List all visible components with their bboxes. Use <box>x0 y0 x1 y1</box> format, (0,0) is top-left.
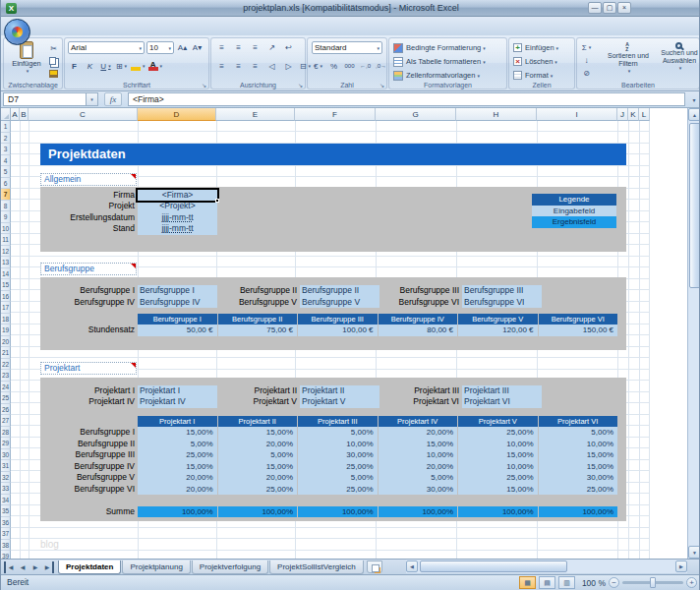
table-header-cell[interactable]: Projektart III <box>298 416 378 428</box>
section-heading-berufsgruppe[interactable]: Berufsgruppe <box>40 263 137 275</box>
orientation-button[interactable]: ↗ <box>265 41 278 53</box>
stundensatz-cell[interactable]: 80,00 € <box>379 324 458 336</box>
align-center-button[interactable]: ≡ <box>232 60 245 72</box>
sheet-tab-projektdaten[interactable]: Projektdaten <box>58 560 121 574</box>
pair-label[interactable]: Projektart III <box>355 385 459 397</box>
column-header-j[interactable]: J <box>617 108 628 121</box>
conditional-formatting-button[interactable]: Bedingte Formatierung▾ <box>393 41 486 54</box>
row-header[interactable]: 19 <box>1 324 11 336</box>
legend-header[interactable]: Legende <box>532 194 616 206</box>
first-sheet-button[interactable]: ◀ <box>4 561 16 573</box>
shrink-font-button[interactable]: A▾ <box>191 41 204 53</box>
vertical-scrollbar[interactable]: ▲ ▼ <box>687 108 700 559</box>
matrix-cell[interactable]: 15,00% <box>458 484 538 496</box>
clear-button[interactable]: ⊘ <box>580 67 593 79</box>
field-label-stand[interactable]: Stand <box>30 223 135 235</box>
matrix-cell[interactable]: 20,00% <box>379 427 458 439</box>
page-break-view-button[interactable]: ▥ <box>558 576 575 589</box>
table-header-cell[interactable]: Berufsgruppe II <box>218 314 298 325</box>
autosum-button[interactable]: Σ▾ <box>580 41 593 53</box>
column-header-d-selected[interactable]: D <box>138 108 216 121</box>
dialog-launcher-icon[interactable]: ↘ <box>379 82 384 88</box>
increase-indent-button[interactable]: ▷ <box>282 60 295 72</box>
insert-cells-button[interactable]: +Einfügen▾ <box>513 41 558 54</box>
matrix-cell[interactable]: 15,00% <box>218 461 298 473</box>
name-box[interactable]: D7 <box>3 92 86 106</box>
row-header[interactable]: 6 <box>1 178 11 190</box>
zoom-in-button[interactable]: + <box>686 577 697 588</box>
copy-button[interactable] <box>47 55 60 67</box>
matrix-cell[interactable]: 15,00% <box>138 427 217 439</box>
matrix-cell[interactable]: 25,00% <box>458 472 538 484</box>
column-header-e[interactable]: E <box>216 108 295 121</box>
matrix-cell[interactable]: 30,00% <box>539 472 618 484</box>
pair-field[interactable]: Berufsgruppe VI <box>462 297 542 309</box>
summe-cell[interactable]: 100,00% <box>218 506 298 518</box>
font-color-button[interactable]: A▾ <box>148 60 163 72</box>
column-header-h[interactable]: H <box>456 108 537 121</box>
matrix-cell[interactable]: 20,00% <box>379 461 458 473</box>
vertical-scroll-thumb[interactable] <box>689 123 700 288</box>
last-sheet-button[interactable]: ▶ <box>42 561 54 573</box>
row-header[interactable]: 35 <box>1 505 11 517</box>
scroll-right-button[interactable]: ▶ <box>675 560 687 572</box>
row-header[interactable]: 11 <box>1 234 11 246</box>
field-label-firma[interactable]: Firma <box>30 190 135 202</box>
stundensatz-cell[interactable]: 100,00 € <box>298 324 378 336</box>
matrix-cell[interactable]: 25,00% <box>458 427 538 439</box>
matrix-cell[interactable]: 25,00% <box>298 484 378 496</box>
scroll-down-button[interactable]: ▼ <box>688 546 700 559</box>
section-heading-allgemein[interactable]: Allgemein <box>40 173 137 186</box>
align-bottom-button[interactable]: ≡ <box>249 41 262 53</box>
matrix-cell[interactable]: 10,00% <box>298 439 378 450</box>
summe-label[interactable]: Summe <box>30 506 135 518</box>
pair-label[interactable]: Projektart VI <box>355 396 459 408</box>
row-header[interactable]: 25 <box>1 392 11 404</box>
matrix-cell[interactable]: 10,00% <box>379 449 458 461</box>
row-header[interactable]: 37 <box>1 528 11 540</box>
stundensatz-cell[interactable]: 150,00 € <box>539 324 618 336</box>
cell-styles-button[interactable]: Zellenformatvorlagen▾ <box>393 69 486 82</box>
matrix-cell[interactable]: 15,00% <box>379 439 458 450</box>
row-header[interactable]: 9 <box>1 211 11 223</box>
matrix-row-label[interactable]: Berufsgruppe V <box>30 472 135 484</box>
row-header[interactable]: 8 <box>1 201 11 212</box>
matrix-cell[interactable]: 15,00% <box>218 427 298 439</box>
matrix-cell[interactable]: 30,00% <box>379 484 458 496</box>
increase-decimal-button[interactable]: ←,0 <box>359 60 372 72</box>
formula-bar-expand-icon[interactable]: ▾ <box>689 96 699 103</box>
stundensatz-cell[interactable]: 75,00 € <box>218 324 298 336</box>
column-header-g[interactable]: G <box>376 108 456 121</box>
decrease-decimal-button[interactable]: ,0→ <box>375 60 387 72</box>
pair-field[interactable]: Projektart III <box>462 385 542 397</box>
row-header[interactable]: 22 <box>1 359 11 371</box>
row-header[interactable]: 20 <box>1 336 11 348</box>
fill-color-button[interactable]: ▾ <box>131 60 146 72</box>
matrix-cell[interactable]: 20,00% <box>138 472 217 484</box>
table-header-cell[interactable]: Projektart II <box>218 416 298 428</box>
format-cells-button[interactable]: Format▾ <box>513 69 558 82</box>
column-header-b[interactable]: B <box>20 108 29 121</box>
matrix-cell[interactable]: 15,00% <box>458 449 538 461</box>
align-right-button[interactable]: ≡ <box>249 60 262 72</box>
previous-sheet-button[interactable]: ◀ <box>17 561 29 573</box>
pair-label[interactable]: Berufsgruppe IV <box>30 297 135 309</box>
row-header[interactable]: 1 <box>1 121 11 133</box>
matrix-cell[interactable]: 20,00% <box>138 484 217 496</box>
matrix-cell[interactable]: 25,00% <box>539 484 618 496</box>
pair-label[interactable]: Projektart IV <box>30 396 135 408</box>
matrix-cell[interactable]: 10,00% <box>458 439 538 450</box>
row-header[interactable]: 28 <box>1 427 11 439</box>
table-header-cell[interactable]: Berufsgruppe I <box>138 314 217 325</box>
row-header[interactable]: 2 <box>1 133 11 145</box>
table-header-cell[interactable]: Projektart V <box>458 416 538 428</box>
cell-stand[interactable]: jjjj-mm-tt <box>138 223 217 235</box>
pair-field[interactable]: Berufsgruppe III <box>462 285 542 297</box>
row-header[interactable]: 10 <box>1 223 11 235</box>
pair-label[interactable]: Berufsgruppe V <box>193 297 297 309</box>
row-header[interactable]: 26 <box>1 404 11 416</box>
table-header-cell[interactable]: Projektart VI <box>539 416 618 428</box>
row-header[interactable]: 15 <box>1 279 11 291</box>
matrix-cell[interactable]: 15,00% <box>138 461 217 473</box>
minimize-button[interactable]: — <box>588 2 602 14</box>
